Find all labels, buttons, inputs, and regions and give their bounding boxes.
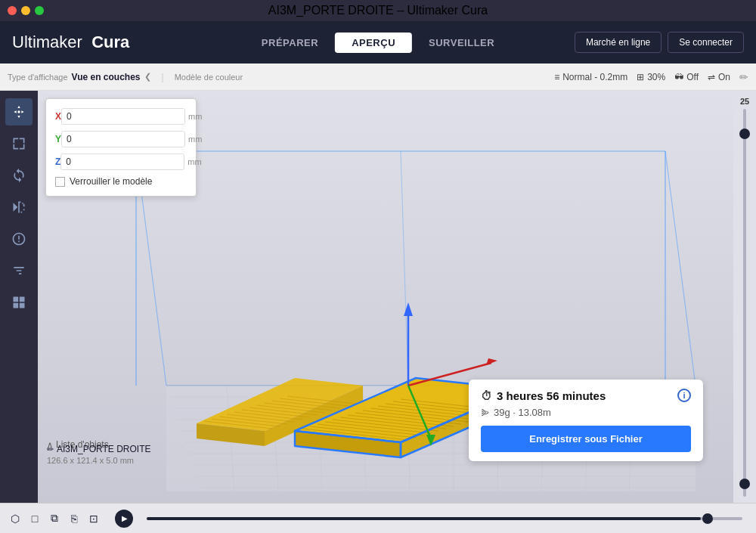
y-field-row: Y mm xyxy=(55,131,187,147)
nav-preparer[interactable]: PRÉPARER xyxy=(245,33,335,53)
play-button[interactable]: ▶ xyxy=(115,510,133,528)
z-label: Z xyxy=(55,156,60,167)
info-time-row: ⏱ 3 heures 56 minutes i xyxy=(481,389,691,402)
pencil-icon[interactable]: ✏ xyxy=(739,71,748,83)
timeline-track[interactable] xyxy=(147,517,742,520)
slider-top-value: 25 xyxy=(740,97,749,106)
app-name-bold: Cura xyxy=(91,33,129,51)
play-icon: ▶ xyxy=(122,514,128,522)
on-toggle[interactable]: ⇌ On xyxy=(708,72,730,82)
transform-popup: X mm Y mm Z mm Verrouiller le modèle xyxy=(45,98,197,197)
slider-thumb-bottom[interactable] xyxy=(739,479,750,489)
navbar: Ultimaker Cura PRÉPARER APERÇU SURVEILLE… xyxy=(0,21,756,64)
print-time: ⏱ 3 heures 56 minutes xyxy=(481,389,606,402)
clock-icon: ⏱ xyxy=(481,389,492,402)
market-button[interactable]: Marché en ligne xyxy=(575,32,662,53)
left-sidebar xyxy=(0,91,38,503)
time-label: 3 heures 56 minutes xyxy=(497,389,606,402)
display-type-label: Type d'affichage xyxy=(8,73,68,82)
delete-icon[interactable]: ⊡ xyxy=(86,511,101,526)
connect-button[interactable]: Se connecter xyxy=(668,32,744,53)
y-input[interactable] xyxy=(61,131,185,147)
display-type-value: Vue en couches xyxy=(72,72,141,82)
window-title: AI3M_PORTE DROITE – Ultimaker Cura xyxy=(268,4,488,17)
objects-list-detail: ✏ AI3M_PORTE DROITE 126.6 x 121.4 x 5.0 … xyxy=(47,444,150,465)
titlebar: AI3M_PORTE DROITE – Ultimaker Cura xyxy=(0,0,756,21)
lock-label: Verrouiller le modèle xyxy=(70,176,152,187)
nav-surveiller[interactable]: SURVEILLER xyxy=(412,33,511,53)
stats-value: 39g · 13.08m xyxy=(494,407,551,418)
close-button[interactable] xyxy=(8,6,17,15)
layer-type-selector[interactable]: ≡ Normal - 0.2mm xyxy=(554,72,627,82)
slider-thumb-top[interactable] xyxy=(739,129,750,139)
on-icon: ⇌ xyxy=(708,72,715,82)
app-name-light: Ultimaker xyxy=(12,33,82,51)
slider-track[interactable] xyxy=(743,109,746,497)
shadow-label: Off xyxy=(686,72,699,82)
z-field-row: Z mm xyxy=(55,153,187,170)
color-model-label: Modèle de couleur xyxy=(175,73,243,82)
shadow-icon: 🕶 xyxy=(674,72,683,82)
z-unit: mm xyxy=(187,157,201,166)
main: ∧ Liste d'objets ✏ AI3M_PORTE DROITE 126… xyxy=(0,91,756,503)
percentage-value: 30% xyxy=(647,72,665,82)
viewport[interactable]: ∧ Liste d'objets ✏ AI3M_PORTE DROITE 126… xyxy=(38,91,733,503)
minimize-button[interactable] xyxy=(21,6,30,15)
print-stats: ⫸ 39g · 13.08m xyxy=(481,407,691,418)
toolbar: Type d'affichage Vue en couches ❮ | Modè… xyxy=(0,64,756,91)
object-name-row: ✏ AI3M_PORTE DROITE xyxy=(47,444,150,454)
app-title: Ultimaker Cura xyxy=(12,33,129,52)
sidebar-tool-scale[interactable] xyxy=(5,130,33,157)
y-unit: mm xyxy=(188,135,202,144)
x-field-row: X mm xyxy=(55,108,187,125)
lock-row: Verrouiller le modèle xyxy=(55,176,187,187)
view-icons: ⬡ □ ⧉ ⎘ ⊡ xyxy=(8,511,101,526)
toolbar-right: ≡ Normal - 0.2mm ⊞ 30% 🕶 Off ⇌ On ✏ xyxy=(554,71,748,83)
object-dims: 126.6 x 121.4 x 5.0 mm xyxy=(47,456,150,465)
sidebar-tool-settings[interactable] xyxy=(5,257,33,284)
cube-icon[interactable]: ⬡ xyxy=(8,511,23,526)
on-label: On xyxy=(718,72,730,82)
save-button[interactable]: Enregistrer sous Fichier xyxy=(481,426,691,452)
percentage-selector[interactable]: ⊞ 30% xyxy=(637,72,665,82)
y-label: Y xyxy=(55,134,61,144)
sidebar-tool-support[interactable] xyxy=(5,225,33,253)
nav-buttons: Marché en ligne Se connecter xyxy=(575,32,744,53)
maximize-button[interactable] xyxy=(35,6,44,15)
layers-icon: ≡ xyxy=(554,72,559,82)
sidebar-tool-rotate[interactable] xyxy=(5,162,33,189)
object-name: AI3M_PORTE DROITE xyxy=(57,444,150,454)
grid-icon: ⊞ xyxy=(637,72,644,82)
timeline-fill xyxy=(147,517,701,520)
layer-type-value: Normal - 0.2mm xyxy=(562,72,627,82)
chevron-icon[interactable]: ❮ xyxy=(144,72,151,82)
lock-checkbox[interactable] xyxy=(55,177,65,187)
info-icon[interactable]: i xyxy=(677,389,691,402)
traffic-lights xyxy=(8,6,44,15)
sidebar-tool-move[interactable] xyxy=(5,98,33,126)
bottombar: ⬡ □ ⧉ ⎘ ⊡ ▶ xyxy=(0,503,756,533)
layer-slider[interactable]: 25 xyxy=(733,91,756,503)
paste-icon[interactable]: ⎘ xyxy=(67,511,82,526)
timeline-thumb[interactable] xyxy=(702,513,713,524)
info-panel: ⏱ 3 heures 56 minutes i ⫸ 39g · 13.08m E… xyxy=(469,380,703,461)
filament-icon: ⫸ xyxy=(481,407,491,418)
x-input[interactable] xyxy=(61,108,185,125)
display-type-section: Type d'affichage Vue en couches ❮ xyxy=(8,72,151,82)
z-input[interactable] xyxy=(60,153,184,170)
shadow-toggle[interactable]: 🕶 Off xyxy=(674,72,699,82)
x-label: X xyxy=(55,111,61,122)
nav-apercu[interactable]: APERÇU xyxy=(335,33,412,53)
x-unit: mm xyxy=(188,112,202,121)
sidebar-tool-extra[interactable] xyxy=(5,289,33,316)
copy-icon[interactable]: ⧉ xyxy=(47,511,62,526)
pencil-small-icon: ✏ xyxy=(47,445,54,454)
nav-links: PRÉPARER APERÇU SURVEILLER xyxy=(245,33,511,53)
layer-icon[interactable]: □ xyxy=(27,511,42,526)
sidebar-tool-mirror[interactable] xyxy=(5,194,33,221)
color-model-section: Modèle de couleur xyxy=(175,73,243,82)
